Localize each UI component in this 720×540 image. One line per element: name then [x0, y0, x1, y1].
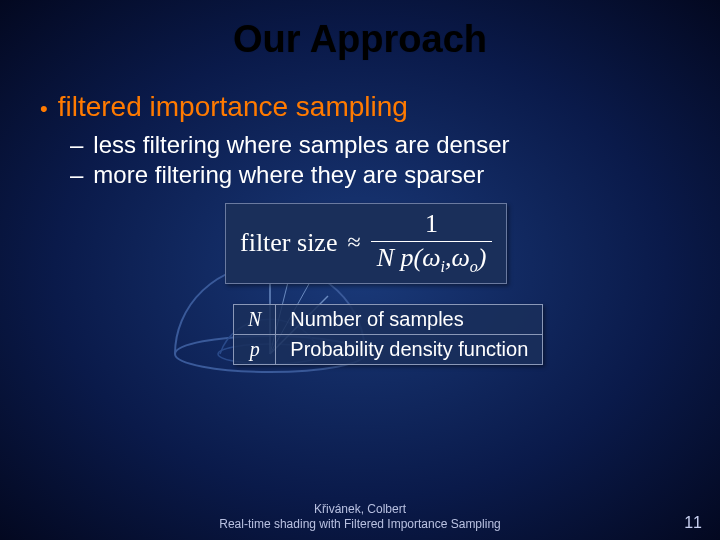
den-N: N	[377, 243, 394, 272]
bullet-dot-icon: •	[40, 98, 48, 120]
den-close: )	[478, 243, 487, 272]
table-row: N Number of samples	[234, 305, 543, 335]
fraction: 1 N p(ωi,ωo)	[371, 210, 493, 275]
content-area: • filtered importance sampling – less fi…	[0, 61, 720, 379]
den-open: (	[413, 243, 422, 272]
footer: Křivánek, Colbert Real-time shading with…	[0, 502, 720, 532]
den-omega-o: ω	[451, 243, 469, 272]
legend-desc-p: Probability density function	[276, 335, 543, 365]
formula-area: filter size ≈ 1 N p(ωi,ωo) N Number of s…	[40, 199, 680, 379]
bullet-dash-icon: –	[70, 131, 83, 159]
bullet-level2-b: – more filtering where they are sparser	[70, 161, 680, 189]
bullet-level1: • filtered importance sampling	[40, 91, 680, 123]
legend-desc-N: Number of samples	[276, 305, 543, 335]
approx-symbol: ≈	[347, 229, 360, 256]
bullet-main-text: filtered importance sampling	[58, 91, 408, 123]
bullet-dash-icon: –	[70, 161, 83, 189]
footer-title: Real-time shading with Filtered Importan…	[0, 517, 720, 532]
den-omega-i: ω	[422, 243, 440, 272]
den-p: p	[400, 243, 413, 272]
legend-symbol-N: N	[234, 305, 276, 335]
fraction-denominator: N p(ωi,ωo)	[371, 241, 493, 276]
den-sub-o: o	[470, 258, 478, 275]
fraction-numerator: 1	[419, 210, 444, 241]
sub-bullet-1: less filtering where samples are denser	[93, 131, 509, 159]
footer-authors: Křivánek, Colbert	[0, 502, 720, 517]
slide-title: Our Approach	[0, 0, 720, 61]
bullet-level2-a: – less filtering where samples are dense…	[70, 131, 680, 159]
legend-table: N Number of samples p Probability densit…	[233, 304, 543, 365]
formula-lhs: filter size	[240, 228, 337, 258]
page-number: 11	[684, 514, 702, 532]
sub-bullet-2: more filtering where they are sparser	[93, 161, 484, 189]
table-row: p Probability density function	[234, 335, 543, 365]
formula-box: filter size ≈ 1 N p(ωi,ωo)	[225, 203, 507, 284]
legend-symbol-p: p	[234, 335, 276, 365]
